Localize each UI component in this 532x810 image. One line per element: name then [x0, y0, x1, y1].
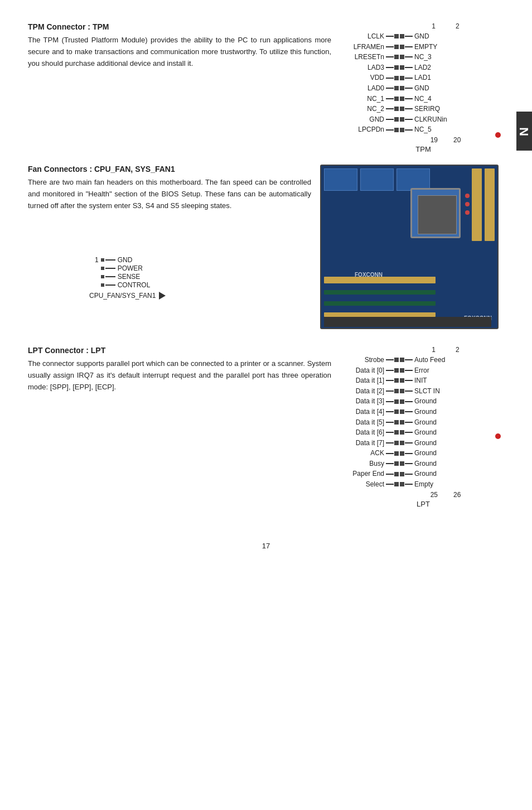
page-number: 17 — [28, 542, 504, 550]
mobo-pcb: FOXCONN FOXCONN — [320, 165, 499, 329]
lpt-pin-numbers-top: 1 2 — [387, 346, 504, 354]
lpt-pin-row-3: Data it [2]SLCT IN — [342, 386, 504, 397]
lpt-pin-row-1: Data it [0]Error — [342, 365, 504, 376]
tpm-title: TPM Connector : TPM — [28, 22, 331, 31]
side-tab: N — [516, 112, 532, 151]
fan-pin-gnd: GND — [101, 256, 151, 264]
fan-arrow-right — [159, 292, 166, 300]
fan-body: There are two main fan headers on this m… — [28, 177, 311, 211]
lpt-red-dot — [495, 432, 501, 441]
lpt-pin-row-11: Paper EndGround — [342, 469, 504, 479]
lpt-section: LPT Connector : LPT The connector suppor… — [28, 346, 504, 508]
fan-conn-label: CPU_FAN/SYS_FAN1 — [89, 292, 156, 300]
lpt-pin-row-7: Data it [6]Ground — [342, 427, 504, 438]
lpt-pin-row-0: StrobeAuto Feed — [342, 355, 504, 365]
tpm-pin-row-9: LPCPDnNC_5 — [342, 124, 504, 135]
lpt-title: LPT Connector : LPT — [28, 346, 331, 355]
lpt-pin-row-4: Data it [3]Ground — [342, 396, 504, 407]
tpm-pin-row-0: LCLKGND — [342, 31, 504, 42]
foxconn-logo-1: FOXCONN — [355, 272, 383, 278]
lpt-label: LPT — [342, 500, 504, 508]
side-tab-label: N — [517, 126, 531, 136]
lpt-pin-row-8: Data it [7]Ground — [342, 438, 504, 449]
fan-title: Fan Connectors : CPU_FAN, SYS_FAN1 — [28, 165, 311, 173]
tpm-pin-numbers-top: 1 2 — [387, 22, 504, 30]
tpm-pins: LCLKGNDLFRAMEnEMPTYLRESETnNC_3LAD3LAD2VD… — [342, 31, 504, 135]
tpm-pin-row-7: NC_2SERIRQ — [342, 104, 504, 114]
lpt-text: LPT Connector : LPT The connector suppor… — [28, 346, 331, 393]
tpm-pin-row-8: GNDCLKRUNin — [342, 114, 504, 125]
lpt-pin-row-10: BusyGround — [342, 459, 504, 469]
mobo-area: FOXCONN FOXCONN — [320, 165, 504, 329]
tpm-pin-numbers-bottom: 19 20 — [387, 136, 504, 144]
page: N TPM Connector : TPM The TPM (Trusted P… — [0, 0, 532, 810]
lpt-pin-row-6: Data it [5]Ground — [342, 417, 504, 428]
tpm-pin-row-1: LFRAMEnEMPTY — [342, 42, 504, 52]
lpt-pin-numbers-bottom: 25 26 — [387, 491, 504, 499]
tpm-pin-row-2: LRESETnNC_3 — [342, 52, 504, 62]
tpm-pin-row-5: LAD0GND — [342, 83, 504, 94]
lpt-pin-row-2: Data it [1]INIT — [342, 375, 504, 386]
tpm-section: TPM Connector : TPM The TPM (Trusted Pla… — [28, 22, 504, 153]
fan-section: Fan Connectors : CPU_FAN, SYS_FAN1 There… — [28, 165, 504, 329]
tpm-diagram: 1 2 LCLKGNDLFRAMEnEMPTYLRESETnNC_3LAD3LA… — [342, 22, 504, 153]
fan-pin-sense: SENSE — [101, 273, 151, 281]
tpm-pin-row-3: LAD3LAD2 — [342, 62, 504, 73]
fan-pin-control: CONTROL — [101, 281, 151, 289]
lpt-pin-row-9: ACKGround — [342, 448, 504, 459]
lpt-pin-row-5: Data it [4]Ground — [342, 407, 504, 417]
fan-text: Fan Connectors : CPU_FAN, SYS_FAN1 There… — [28, 165, 311, 300]
tpm-red-dot — [495, 131, 501, 139]
fan-arrow-area: CPU_FAN/SYS_FAN1 — [89, 292, 311, 300]
fan-pin-power: POWER — [101, 264, 151, 272]
fan-connector-diagram: 1 GND POWER — [95, 256, 311, 300]
tpm-text: TPM Connector : TPM The TPM (Trusted Pla… — [28, 22, 331, 69]
lpt-body: The connector supports parallel port whi… — [28, 358, 331, 393]
tpm-pin-row-6: NC_1NC_4 — [342, 94, 504, 104]
lpt-pin-row-12: SelectEmpty — [342, 479, 504, 490]
lpt-diagram: 1 2 StrobeAuto FeedData it [0]ErrorData … — [342, 346, 504, 508]
tpm-body: The TPM (Trusted Platform Module) provid… — [28, 35, 331, 69]
tpm-label: TPM — [342, 145, 504, 153]
lpt-pins: StrobeAuto FeedData it [0]ErrorData it [… — [342, 355, 504, 490]
fan-pins: GND POWER SENSE — [101, 256, 151, 290]
tpm-pin-row-4: VDDLAD1 — [342, 73, 504, 83]
